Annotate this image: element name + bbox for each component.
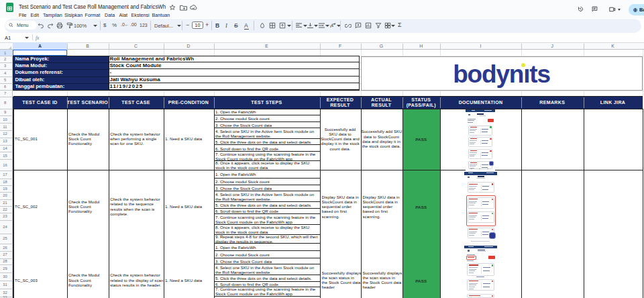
- svg-text:A: A: [331, 24, 333, 28]
